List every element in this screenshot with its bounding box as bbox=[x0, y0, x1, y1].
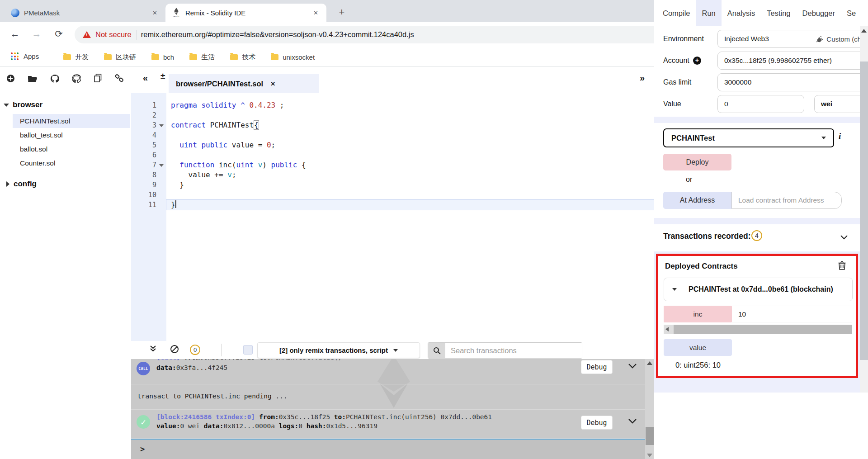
trash-icon[interactable] bbox=[838, 261, 846, 272]
file-item[interactable]: PCHAINTest.sol bbox=[13, 114, 130, 128]
clear-terminal-icon[interactable] bbox=[170, 345, 179, 355]
terminal[interactable]: CALL[call] from:0x35c...18f25 to:PCHAINT… bbox=[131, 359, 654, 459]
terminal-log-entry[interactable]: CALL[call] from:0x35c...18f25 to:PCHAINT… bbox=[131, 359, 645, 384]
new-file-icon[interactable] bbox=[6, 74, 15, 83]
forward-icon[interactable]: → bbox=[30, 28, 43, 39]
search-transactions-input[interactable] bbox=[445, 343, 582, 358]
inc-function-button[interactable]: inc bbox=[664, 306, 732, 322]
code-line[interactable]: 7 function inc(uint v) public { bbox=[131, 160, 654, 170]
bookmark-folder[interactable]: 生活 bbox=[189, 53, 215, 62]
deployed-instance-row[interactable]: PCHAINTest at 0x7dd...0be61 (blockchain) bbox=[664, 278, 853, 301]
tab-close-icon[interactable]: ✕ bbox=[311, 9, 320, 17]
panel-tab-se[interactable]: Se bbox=[841, 0, 862, 26]
code-editor[interactable]: 1pragma solidity ^ 0.4.23 ;23contract PC… bbox=[131, 93, 654, 341]
panel-tab-analysis[interactable]: Analysis bbox=[722, 0, 761, 26]
or-label: or bbox=[686, 175, 692, 184]
bookmark-folder[interactable]: 技术 bbox=[230, 53, 255, 62]
log-token: 0 wei bbox=[180, 422, 203, 430]
scroll-up-icon[interactable] bbox=[647, 361, 652, 365]
code-line[interactable]: 5 uint public value = 0; bbox=[131, 140, 654, 150]
code-line[interactable]: 3contract PCHAINTest{ bbox=[131, 120, 654, 130]
new-tab-button[interactable]: + bbox=[335, 6, 348, 19]
terminal-log-entry[interactable]: transact to PCHAINTest.inc pending ... bbox=[131, 384, 645, 410]
panel-scrollbar[interactable] bbox=[860, 26, 868, 393]
scroll-down-icon[interactable] bbox=[647, 454, 652, 457]
code-line[interactable]: 11} bbox=[131, 200, 654, 210]
copy-files-icon[interactable] bbox=[94, 74, 102, 83]
code-token: v bbox=[227, 170, 232, 179]
code-token: = bbox=[258, 141, 263, 149]
code-line[interactable]: 10 bbox=[131, 190, 654, 200]
scroll-left-icon[interactable] bbox=[665, 327, 669, 331]
panel-tab-compile[interactable]: Compile bbox=[657, 0, 696, 26]
editor-file-tab[interactable]: browser/PCHAINTest.sol ✕ bbox=[169, 74, 319, 93]
file-item[interactable]: Counter.sol bbox=[0, 156, 131, 170]
listen-network-checkbox[interactable] bbox=[243, 345, 253, 355]
open-folder-icon[interactable] bbox=[28, 75, 38, 82]
scroll-up-icon[interactable] bbox=[861, 29, 867, 33]
code-line[interactable]: 2 bbox=[131, 110, 654, 120]
value-getter-button[interactable]: value bbox=[664, 339, 732, 356]
contract-select[interactable]: PCHAINTest bbox=[663, 128, 834, 147]
tab-close-icon[interactable]: ✕ bbox=[151, 9, 159, 17]
chevron-down-icon[interactable] bbox=[628, 363, 637, 370]
not-secure-label[interactable]: Not secure bbox=[95, 30, 132, 39]
code-line[interactable]: 4 bbox=[131, 130, 654, 140]
add-account-icon[interactable]: + bbox=[693, 57, 701, 65]
expand-right-panel-icon[interactable]: » bbox=[640, 73, 645, 83]
terminal-scrollbar[interactable] bbox=[645, 359, 654, 459]
terminal-filter-dropdown[interactable]: [2] only remix transactions, script bbox=[257, 342, 420, 358]
panel-tab-run[interactable]: Run bbox=[696, 0, 722, 26]
panel-tab-testing[interactable]: Testing bbox=[761, 0, 796, 26]
at-address-button[interactable]: At Address bbox=[663, 192, 731, 209]
swap-panel-icon[interactable]: ± bbox=[160, 71, 165, 81]
apps-label[interactable]: Apps bbox=[24, 52, 39, 60]
debug-button[interactable]: Debug bbox=[581, 416, 613, 430]
chevron-down-icon[interactable] bbox=[840, 233, 848, 241]
scrollbar-thumb[interactable] bbox=[674, 325, 852, 334]
file-item[interactable]: ballot.sol bbox=[0, 142, 131, 156]
back-icon[interactable]: ← bbox=[8, 28, 22, 39]
gas-limit-input[interactable]: 3000000 bbox=[717, 73, 868, 91]
apps-grid-icon[interactable] bbox=[11, 52, 19, 61]
account-select[interactable]: 0x35c...18f25 (9.998602755 ether) bbox=[717, 52, 868, 70]
terminal-log-entry[interactable]: ✓[block:2416586 txIndex:0] from:0x35c...… bbox=[131, 410, 645, 439]
pending-tx-badge[interactable]: 0 bbox=[190, 345, 200, 355]
code-text bbox=[166, 130, 654, 140]
bookmark-folder[interactable]: bch bbox=[151, 53, 174, 61]
debug-button[interactable]: Debug bbox=[581, 360, 613, 374]
bookmark-folder[interactable]: 区块链 bbox=[104, 53, 136, 62]
chevron-down-icon[interactable] bbox=[628, 418, 637, 425]
gist-import-icon[interactable] bbox=[50, 74, 59, 83]
github-icon[interactable] bbox=[72, 74, 81, 83]
deploy-button[interactable]: Deploy bbox=[663, 154, 731, 170]
bookmark-folder[interactable]: unixsocket bbox=[271, 53, 315, 61]
folder-browser[interactable]: browser bbox=[4, 100, 42, 109]
bookmark-folder[interactable]: 开发 bbox=[63, 53, 89, 62]
code-line[interactable]: 1pragma solidity ^ 0.4.23 ; bbox=[131, 100, 654, 110]
environment-select[interactable]: Injected Web3 Custom (ch bbox=[717, 30, 868, 48]
file-item[interactable]: ballot_test.sol bbox=[0, 128, 131, 142]
scrollbar-thumb[interactable] bbox=[646, 427, 654, 445]
browser-tab-1[interactable]: PMetaMask✕ bbox=[5, 4, 165, 22]
terminal-prompt-row[interactable]: > bbox=[131, 439, 654, 459]
info-icon[interactable]: i bbox=[839, 131, 841, 141]
folder-config[interactable]: config bbox=[6, 180, 37, 189]
panel-tab-debugger[interactable]: Debugger bbox=[797, 0, 841, 26]
link-icon[interactable] bbox=[115, 74, 124, 82]
at-address-input[interactable] bbox=[731, 192, 842, 209]
code-line[interactable]: 6 bbox=[131, 150, 654, 160]
collapse-panel-icon[interactable]: « bbox=[143, 73, 148, 83]
value-input[interactable]: 0 bbox=[717, 95, 804, 113]
code-line[interactable]: 9 } bbox=[131, 180, 654, 190]
code-line[interactable]: 8 value += v; bbox=[131, 170, 654, 180]
expand-terminal-icon[interactable] bbox=[149, 345, 157, 354]
close-file-icon[interactable]: ✕ bbox=[270, 80, 275, 87]
inc-argument-input[interactable] bbox=[732, 306, 852, 322]
browser-tab-2[interactable]: remixRemix - Solidity IDE✕ bbox=[165, 4, 326, 22]
fold-icon[interactable] bbox=[156, 120, 166, 130]
horizontal-scrollbar[interactable] bbox=[664, 325, 852, 334]
fold-icon[interactable] bbox=[156, 160, 166, 170]
reload-icon[interactable]: ⟳ bbox=[52, 28, 66, 39]
scrollbar-thumb[interactable] bbox=[860, 62, 868, 360]
